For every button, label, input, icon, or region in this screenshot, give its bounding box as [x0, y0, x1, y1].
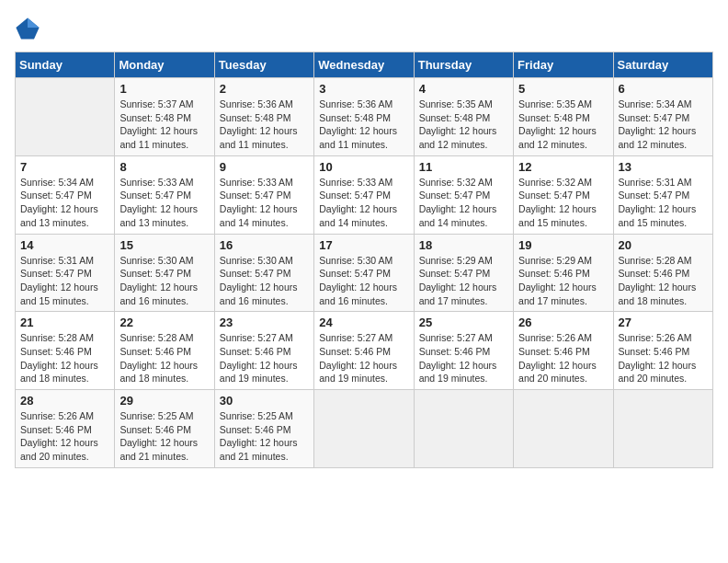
day-cell — [414, 390, 513, 468]
day-info: Sunrise: 5:29 AMSunset: 5:47 PMDaylight:… — [419, 254, 508, 308]
page-header — [15, 15, 713, 40]
day-cell: 29Sunrise: 5:25 AMSunset: 5:46 PMDayligh… — [115, 390, 214, 468]
day-number: 30 — [220, 394, 309, 408]
day-number: 15 — [119, 238, 209, 252]
logo-icon — [15, 15, 40, 40]
day-number: 1 — [119, 82, 209, 96]
day-number: 17 — [319, 238, 408, 252]
day-cell — [613, 390, 712, 468]
day-info: Sunrise: 5:36 AMSunset: 5:48 PMDaylight:… — [220, 98, 309, 152]
day-info: Sunrise: 5:27 AMSunset: 5:46 PMDaylight:… — [319, 331, 408, 385]
day-cell — [514, 390, 613, 468]
day-cell: 3Sunrise: 5:36 AMSunset: 5:48 PMDaylight… — [314, 78, 414, 156]
day-cell: 10Sunrise: 5:33 AMSunset: 5:47 PMDayligh… — [314, 155, 414, 234]
day-info: Sunrise: 5:31 AMSunset: 5:47 PMDaylight:… — [20, 254, 109, 308]
day-info: Sunrise: 5:26 AMSunset: 5:46 PMDaylight:… — [518, 331, 608, 385]
day-number: 10 — [319, 160, 408, 174]
day-info: Sunrise: 5:32 AMSunset: 5:47 PMDaylight:… — [518, 176, 608, 230]
calendar-table: SundayMondayTuesdayWednesdayThursdayFrid… — [15, 52, 713, 468]
day-info: Sunrise: 5:27 AMSunset: 5:46 PMDaylight:… — [419, 331, 508, 385]
week-row-5: 28Sunrise: 5:26 AMSunset: 5:46 PMDayligh… — [16, 390, 713, 468]
day-cell — [16, 78, 115, 156]
week-row-3: 14Sunrise: 5:31 AMSunset: 5:47 PMDayligh… — [16, 234, 713, 312]
day-cell: 11Sunrise: 5:32 AMSunset: 5:47 PMDayligh… — [414, 155, 513, 234]
day-info: Sunrise: 5:25 AMSunset: 5:46 PMDaylight:… — [119, 409, 209, 464]
column-header-friday: Friday — [514, 52, 613, 78]
day-cell: 14Sunrise: 5:31 AMSunset: 5:47 PMDayligh… — [16, 234, 115, 312]
day-cell: 25Sunrise: 5:27 AMSunset: 5:46 PMDayligh… — [414, 312, 513, 390]
day-number: 9 — [220, 160, 309, 174]
day-number: 12 — [518, 160, 608, 174]
day-cell: 21Sunrise: 5:28 AMSunset: 5:46 PMDayligh… — [16, 312, 115, 390]
day-info: Sunrise: 5:28 AMSunset: 5:46 PMDaylight:… — [20, 331, 109, 385]
day-number: 3 — [319, 82, 408, 96]
day-cell: 27Sunrise: 5:26 AMSunset: 5:46 PMDayligh… — [613, 312, 712, 390]
day-info: Sunrise: 5:27 AMSunset: 5:46 PMDaylight:… — [220, 331, 309, 385]
day-info: Sunrise: 5:30 AMSunset: 5:47 PMDaylight:… — [220, 254, 309, 308]
day-number: 11 — [419, 160, 508, 174]
day-info: Sunrise: 5:30 AMSunset: 5:47 PMDaylight:… — [319, 254, 408, 308]
day-number: 27 — [619, 316, 708, 329]
day-info: Sunrise: 5:36 AMSunset: 5:48 PMDaylight:… — [319, 98, 408, 152]
day-cell: 18Sunrise: 5:29 AMSunset: 5:47 PMDayligh… — [414, 234, 513, 312]
day-cell: 23Sunrise: 5:27 AMSunset: 5:46 PMDayligh… — [214, 312, 313, 390]
day-number: 7 — [20, 160, 109, 174]
day-info: Sunrise: 5:35 AMSunset: 5:48 PMDaylight:… — [419, 98, 508, 152]
day-number: 18 — [419, 238, 508, 252]
day-number: 16 — [220, 238, 309, 252]
week-row-2: 7Sunrise: 5:34 AMSunset: 5:47 PMDaylight… — [16, 155, 713, 234]
day-info: Sunrise: 5:28 AMSunset: 5:46 PMDaylight:… — [619, 254, 708, 308]
day-number: 13 — [619, 160, 708, 174]
day-cell: 17Sunrise: 5:30 AMSunset: 5:47 PMDayligh… — [314, 234, 414, 312]
day-cell: 6Sunrise: 5:34 AMSunset: 5:47 PMDaylight… — [613, 78, 712, 156]
day-info: Sunrise: 5:33 AMSunset: 5:47 PMDaylight:… — [220, 176, 309, 230]
day-cell: 30Sunrise: 5:25 AMSunset: 5:46 PMDayligh… — [214, 390, 313, 468]
column-header-saturday: Saturday — [613, 52, 712, 78]
week-row-4: 21Sunrise: 5:28 AMSunset: 5:46 PMDayligh… — [16, 312, 713, 390]
day-cell — [314, 390, 414, 468]
day-cell: 20Sunrise: 5:28 AMSunset: 5:46 PMDayligh… — [613, 234, 712, 312]
logo — [15, 15, 44, 40]
day-cell: 8Sunrise: 5:33 AMSunset: 5:47 PMDaylight… — [115, 155, 214, 234]
column-header-thursday: Thursday — [414, 52, 513, 78]
column-header-wednesday: Wednesday — [314, 52, 414, 78]
day-number: 8 — [119, 160, 209, 174]
day-number: 5 — [518, 82, 608, 96]
day-info: Sunrise: 5:35 AMSunset: 5:48 PMDaylight:… — [518, 98, 608, 152]
column-header-monday: Monday — [115, 52, 214, 78]
day-number: 19 — [518, 238, 608, 252]
day-number: 22 — [119, 316, 209, 329]
day-cell: 1Sunrise: 5:37 AMSunset: 5:48 PMDaylight… — [115, 78, 214, 156]
column-header-tuesday: Tuesday — [214, 52, 313, 78]
day-info: Sunrise: 5:37 AMSunset: 5:48 PMDaylight:… — [119, 98, 209, 152]
day-cell: 13Sunrise: 5:31 AMSunset: 5:47 PMDayligh… — [613, 155, 712, 234]
day-cell: 26Sunrise: 5:26 AMSunset: 5:46 PMDayligh… — [514, 312, 613, 390]
day-info: Sunrise: 5:29 AMSunset: 5:46 PMDaylight:… — [518, 254, 608, 308]
svg-marker-1 — [28, 18, 40, 29]
day-info: Sunrise: 5:26 AMSunset: 5:46 PMDaylight:… — [619, 331, 708, 385]
day-number: 14 — [20, 238, 109, 252]
day-cell: 28Sunrise: 5:26 AMSunset: 5:46 PMDayligh… — [16, 390, 115, 468]
day-info: Sunrise: 5:30 AMSunset: 5:47 PMDaylight:… — [119, 254, 209, 308]
day-number: 25 — [419, 316, 508, 329]
day-cell: 24Sunrise: 5:27 AMSunset: 5:46 PMDayligh… — [314, 312, 414, 390]
week-row-1: 1Sunrise: 5:37 AMSunset: 5:48 PMDaylight… — [16, 78, 713, 156]
day-number: 20 — [619, 238, 708, 252]
day-info: Sunrise: 5:26 AMSunset: 5:46 PMDaylight:… — [20, 409, 109, 464]
day-cell: 7Sunrise: 5:34 AMSunset: 5:47 PMDaylight… — [16, 155, 115, 234]
day-number: 4 — [419, 82, 508, 96]
day-number: 6 — [619, 82, 708, 96]
day-cell: 2Sunrise: 5:36 AMSunset: 5:48 PMDaylight… — [214, 78, 313, 156]
day-info: Sunrise: 5:28 AMSunset: 5:46 PMDaylight:… — [119, 331, 209, 385]
day-info: Sunrise: 5:31 AMSunset: 5:47 PMDaylight:… — [619, 176, 708, 230]
day-info: Sunrise: 5:32 AMSunset: 5:47 PMDaylight:… — [419, 176, 508, 230]
day-info: Sunrise: 5:33 AMSunset: 5:47 PMDaylight:… — [319, 176, 408, 230]
day-cell: 19Sunrise: 5:29 AMSunset: 5:46 PMDayligh… — [514, 234, 613, 312]
day-info: Sunrise: 5:33 AMSunset: 5:47 PMDaylight:… — [119, 176, 209, 230]
day-info: Sunrise: 5:34 AMSunset: 5:47 PMDaylight:… — [20, 176, 109, 230]
day-cell: 12Sunrise: 5:32 AMSunset: 5:47 PMDayligh… — [514, 155, 613, 234]
day-info: Sunrise: 5:25 AMSunset: 5:46 PMDaylight:… — [220, 409, 309, 464]
day-cell: 15Sunrise: 5:30 AMSunset: 5:47 PMDayligh… — [115, 234, 214, 312]
day-number: 26 — [518, 316, 608, 329]
header-row: SundayMondayTuesdayWednesdayThursdayFrid… — [16, 52, 713, 78]
